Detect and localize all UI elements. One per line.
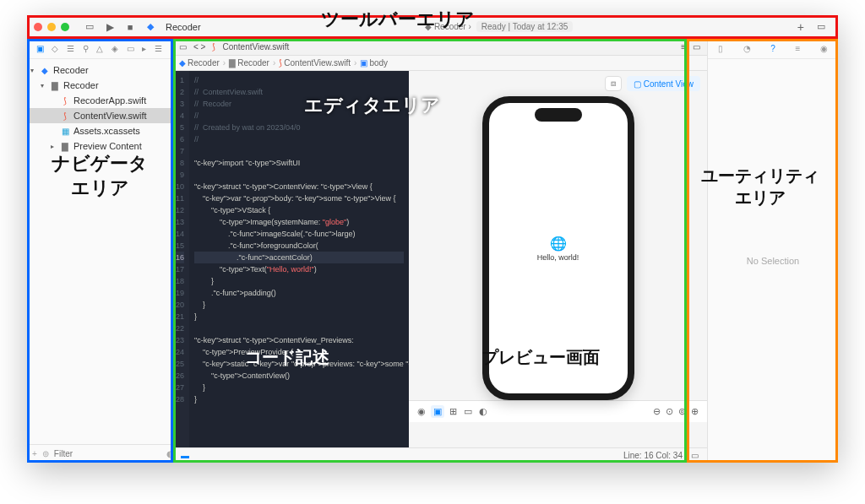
close-button[interactable] <box>34 23 42 31</box>
device-frame: 🌐 Hello, world! <box>482 96 634 400</box>
nav-back-button[interactable]: ▭ <box>179 42 187 51</box>
attributes-inspector-tab[interactable]: ≡ <box>796 44 801 53</box>
xcode-window: ▭ ▶ ■ ◆ Recoder ◆ Recoder › Ready | Toda… <box>27 15 838 463</box>
add-file-button[interactable]: + <box>32 449 37 458</box>
utility-area: ▯ ◔ ? ≡ ◉ No Selection <box>707 39 838 463</box>
tree-file-contentview[interactable]: ⟆ContentView.swift <box>27 108 171 123</box>
help-inspector-tab[interactable]: ? <box>770 44 775 53</box>
preview-selector[interactable]: ▢ Content View <box>627 76 700 91</box>
debug-area-toggle[interactable]: ▭ <box>691 451 699 460</box>
navigator-filter: + ⊚ ◐ ▭ <box>27 444 171 463</box>
preview-text: Hello, world! <box>537 253 579 262</box>
app-icon: ◆ <box>144 20 157 34</box>
library-button[interactable]: ▭ <box>814 20 828 34</box>
canvas-toolbar: ◉ ▣ ⊞ ▭ ◐ ⊖ ⊙ ⊚ ⊕ <box>409 400 707 422</box>
status-indicator-icon[interactable]: ▬ <box>181 451 189 460</box>
zoom-fit-button[interactable]: ⊙ <box>666 406 673 417</box>
zoom-actual-button[interactable]: ⊚ <box>678 406 686 417</box>
editor-area: ▭ < > ⟆ ContentView.swift ≡ ▭ ◆Recoder› … <box>172 39 707 463</box>
swift-file-icon: ⟆ <box>212 42 215 51</box>
tree-target[interactable]: ▾▇Recoder <box>27 78 171 93</box>
device-settings-button[interactable]: ▭ <box>464 406 472 417</box>
file-inspector-tab[interactable]: ▯ <box>718 44 723 53</box>
inspector-tabs: ▯ ◔ ? ≡ ◉ <box>708 39 838 59</box>
variants-button[interactable]: ⊞ <box>449 406 457 417</box>
traffic-lights <box>34 23 69 31</box>
no-selection-label: No Selection <box>747 256 799 266</box>
run-button[interactable]: ▶ <box>103 20 117 34</box>
status-text: Ready | Today at 12:35 <box>476 21 574 32</box>
editor-split: 1234567891011121314151617181920212223242… <box>172 71 707 447</box>
editor-statusbar: ▬ Line: 16 Col: 34 ▭ <box>172 447 707 463</box>
adjust-editor-button[interactable]: ▭ <box>693 42 700 51</box>
minimize-button[interactable] <box>47 23 56 31</box>
zoom-in-button[interactable]: ⊕ <box>691 406 699 417</box>
stop-button[interactable]: ■ <box>123 20 137 34</box>
inspector-body: No Selection <box>708 59 838 463</box>
live-button[interactable]: ◉ <box>417 406 426 417</box>
navigator-tabs: ▣ ◇ ☰ ⚲ △ ◈ ▭ ▸ ☰ <box>27 39 171 59</box>
breakpoints-tab[interactable]: ▸ <box>142 44 146 53</box>
issues-tab[interactable]: △ <box>96 44 103 53</box>
reports-tab[interactable]: ☰ <box>155 44 162 53</box>
canvas-preview: ⧈ ▢ Content View 🌐 Hello, world! ◉ ▣ ⊞ <box>409 71 707 447</box>
toolbar: ▭ ▶ ■ ◆ Recoder ◆ Recoder › Ready | Toda… <box>27 15 838 39</box>
preview-pin-button[interactable]: ◐ <box>479 406 487 417</box>
cursor-position: Line: 16 Col: 34 <box>623 451 683 460</box>
sidebar-toggle-icon[interactable]: ▭ <box>83 20 96 34</box>
pin-preview-button[interactable]: ⧈ <box>605 76 622 91</box>
debug-tab[interactable]: ▭ <box>127 44 134 53</box>
project-tree: ▾◆Recoder ▾▇Recoder ⟆RecoderApp.swift ⟆C… <box>27 59 171 444</box>
tree-file-assets[interactable]: ▦Assets.xcassets <box>27 123 171 138</box>
source-control-tab[interactable]: ◇ <box>52 44 58 53</box>
navigator-area: ▣ ◇ ☰ ⚲ △ ◈ ▭ ▸ ☰ ▾◆Recoder ▾▇Recoder ⟆R… <box>27 39 172 463</box>
scheme-title[interactable]: Recoder <box>166 22 201 32</box>
bookmarks-tab[interactable]: ☰ <box>67 44 74 53</box>
main-area: ▣ ◇ ☰ ⚲ △ ◈ ▭ ▸ ☰ ▾◆Recoder ▾▇Recoder ⟆R… <box>27 39 838 463</box>
code-editor[interactable]: 1234567891011121314151617181920212223242… <box>172 71 409 447</box>
filter-icon: ⊚ <box>42 449 49 458</box>
selectable-button[interactable]: ▣ <box>431 405 444 418</box>
activity-viewer: ◆ Recoder › Ready | Today at 12:35 <box>201 21 797 32</box>
globe-icon: 🌐 <box>550 236 567 252</box>
find-tab[interactable]: ⚲ <box>83 44 89 53</box>
maximize-button[interactable] <box>61 23 69 31</box>
tab-indicator[interactable]: ◆ Recoder › <box>425 22 471 31</box>
tree-project[interactable]: ▾◆Recoder <box>27 62 171 78</box>
editor-tabbar: ▭ < > ⟆ ContentView.swift ≡ ▭ <box>172 39 707 56</box>
history-inspector-tab[interactable]: ◔ <box>743 44 751 53</box>
nav-history-button[interactable]: < > <box>193 42 205 51</box>
zoom-out-button[interactable]: ⊖ <box>653 406 661 417</box>
tree-folder-preview[interactable]: ▸▇Preview Content <box>27 138 171 154</box>
jump-bar[interactable]: ◆Recoder› ▇Recoder› ⟆ContentView.swift› … <box>172 56 707 71</box>
project-nav-tab[interactable]: ▣ <box>36 44 44 53</box>
dynamic-island <box>535 108 582 122</box>
tree-file-app[interactable]: ⟆RecoderApp.swift <box>27 93 171 108</box>
accessibility-tab[interactable]: ◉ <box>820 44 828 53</box>
filter-input[interactable] <box>54 449 161 458</box>
add-tab-button[interactable]: + <box>797 20 804 34</box>
editor-options-button[interactable]: ≡ <box>681 42 686 51</box>
editor-tab-title[interactable]: ContentView.swift <box>222 42 289 51</box>
tests-tab[interactable]: ◈ <box>112 44 118 53</box>
